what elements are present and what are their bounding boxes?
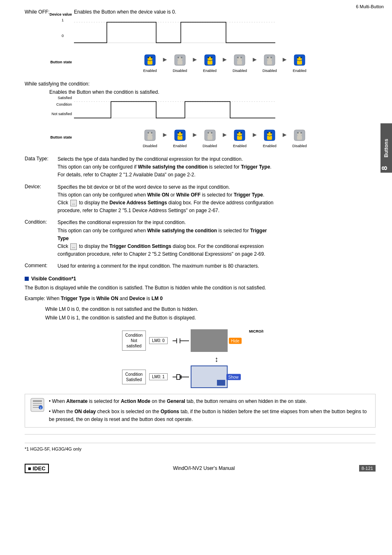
while-off-diagram: Device value 1 0 Button state — [25, 18, 376, 74]
while-satisfying-states-row: Disabled ► Enabled — [136, 127, 313, 148]
wave-label-1: 1 — [62, 18, 64, 22]
vis-cond-line2: While LM 0 is 1, the condition is satisf… — [45, 314, 376, 323]
button-state-label-cond: Button state — [27, 135, 72, 139]
condition-line3a: Click — [58, 243, 69, 249]
svg-point-57 — [267, 132, 269, 134]
device-bold4: Device Address Settings — [109, 200, 167, 206]
device-line3c: dialog box. For the device address confi… — [167, 200, 274, 206]
footnote-section: *1 HG2G-5F, HG3G/4G only — [25, 443, 376, 451]
condition-btn[interactable]: ... — [70, 243, 77, 250]
cond-state-label-2: Enabled — [173, 144, 187, 148]
while-off-desc: Enables the Button when the device value… — [74, 8, 376, 16]
condition-label: Condition — [29, 102, 72, 106]
note-icon: i — [30, 398, 45, 414]
while-off-intro-row: While OFF: Enables the Button when the d… — [25, 8, 376, 16]
while-satisfying-desc: Enables the Button when the condition is… — [49, 89, 376, 95]
svg-rect-73 — [33, 400, 42, 402]
cond-state-item-6: Disabled — [286, 127, 313, 148]
vis-cond-bottom-row: Condition Satisfied LM0: 1 Show — [122, 365, 278, 388]
vis-top-lmo-box: LM0: 0 — [149, 337, 168, 344]
note1-start: When — [52, 398, 67, 404]
note-2: • When the ON delay check box is selecte… — [49, 408, 370, 423]
visible-condition-title: Visible Condition*1 — [31, 276, 76, 282]
param-condition-name: Condition: — [25, 219, 58, 225]
visible-condition-desc1: The Button is displayed while the condit… — [25, 284, 376, 292]
divider — [25, 434, 376, 435]
svg-point-37 — [148, 132, 149, 134]
satisfied-label: Satisfied — [29, 96, 72, 100]
svg-point-16 — [211, 57, 212, 58]
show-button: Show — [226, 374, 241, 380]
svg-rect-61 — [297, 136, 302, 140]
note2-bold1: ON delay — [74, 409, 96, 414]
svg-point-58 — [270, 132, 272, 134]
note1-mid2: on the — [150, 398, 167, 404]
footer-center-text: WindO/I-NV2 User's Manual — [173, 465, 235, 471]
state-item-6: Enabled — [286, 51, 313, 73]
svg-point-31 — [300, 57, 302, 58]
device-line3d: procedure, refer to Chapter 2 "5.1 Devic… — [58, 208, 219, 213]
param-comment-row: Comment: Used for entering a comment for… — [25, 262, 376, 270]
data-type-line1: Selects the type of data handled by the … — [58, 156, 243, 162]
state-item-4: Disabled — [226, 51, 253, 73]
while-off-section: While OFF: Enables the Button when the d… — [25, 8, 376, 74]
svg-point-30 — [297, 57, 299, 58]
data-type-bold2: Trigger Type — [241, 164, 270, 170]
svg-rect-76 — [33, 407, 39, 408]
condition-bold2d: Type — [58, 236, 69, 241]
svg-rect-74 — [33, 403, 42, 404]
notes-section: i • When Alternate is selected for Actio… — [25, 394, 376, 428]
vis-bottom-label-line2: Satisfied — [125, 377, 143, 382]
svg-rect-24 — [267, 60, 272, 65]
svg-point-26 — [270, 57, 272, 58]
page-section-label: 6 Multi-Button — [356, 4, 384, 9]
device-line3b: to display the — [78, 200, 109, 206]
svg-point-52 — [237, 132, 239, 134]
note1-mid: is selected for — [88, 398, 121, 404]
vis-bottom-lmo-box: LM0: 1 — [149, 373, 168, 380]
svg-point-6 — [151, 57, 152, 58]
visible-condition-header: Visible Condition*1 — [25, 276, 376, 282]
note2-bold2: Options — [161, 409, 179, 414]
condition-line3b: to display the — [78, 243, 109, 249]
svg-point-10 — [178, 57, 179, 58]
device-line2a: This option can only be configured when — [58, 192, 147, 198]
cond-state-item-3: Disabled — [196, 127, 223, 148]
svg-rect-19 — [237, 60, 242, 65]
header-square-icon — [25, 277, 29, 281]
while-satisfying-intro-row: While satisfying the condition: — [25, 80, 376, 87]
param-device-name: Device: — [25, 183, 58, 190]
notes-content: • When Alternate is selected for Action … — [49, 398, 370, 424]
param-condition-desc: Specifies the conditional expression for… — [58, 219, 376, 258]
chapter-sidebar: Buttons 8 — [380, 123, 392, 173]
state-label-5: Disabled — [263, 69, 277, 73]
note1-end: tab, the button remains on when hidden i… — [185, 398, 307, 404]
condition-wave-svg — [74, 97, 275, 122]
while-satisfying-diagram: Satisfied Condition Not satisfied Button… — [25, 97, 376, 150]
device-value-label: Device value — [27, 12, 72, 16]
vis-top-label-line3: satisfied — [125, 343, 143, 349]
while-off-states-row: Enabled ► Disabled ► — [136, 51, 313, 73]
condition-bold3: Trigger Condition Settings — [109, 243, 171, 249]
device-line3a: Click — [58, 200, 69, 206]
device-bold1: While ON — [147, 192, 169, 198]
condition-line3c: dialog box. For the conditional expressi… — [171, 243, 264, 249]
device-btn[interactable]: ... — [70, 200, 77, 206]
svg-point-15 — [208, 57, 209, 58]
not-satisfied-label: Not satisfied — [29, 112, 72, 116]
svg-point-42 — [178, 132, 179, 134]
device-line2c: is selected for — [201, 192, 234, 198]
condition-bold1: While satisfying the condition — [147, 228, 217, 234]
data-type-line2c: . — [270, 164, 271, 170]
hide-button: Hide — [229, 338, 242, 344]
device-bold2: While OFF — [176, 192, 201, 198]
condition-line1: Specifies the conditional expression for… — [58, 220, 186, 225]
cond-state-label-3: Disabled — [203, 144, 217, 148]
state-item-2: Disabled — [166, 51, 193, 73]
button-state-label-off: Button state — [27, 60, 72, 64]
vis-screen-top: Hide — [191, 329, 228, 352]
while-satisfying-section: While satisfying the condition: Enables … — [25, 80, 376, 150]
svg-rect-36 — [148, 136, 152, 140]
state-item-5: Disabled — [256, 51, 283, 73]
svg-rect-9 — [178, 60, 182, 65]
